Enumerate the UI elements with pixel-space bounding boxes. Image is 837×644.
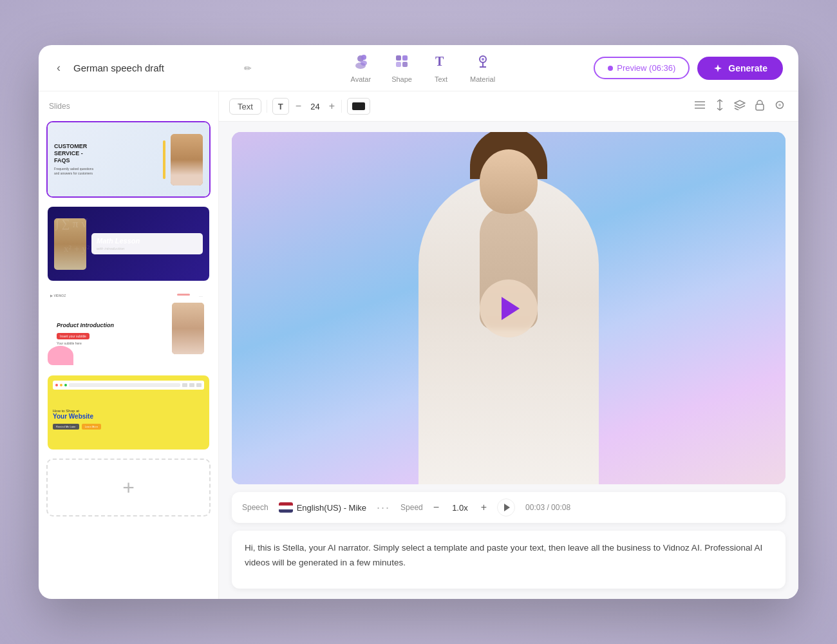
slide3-content: Product Introduction Insert your subtitl…: [53, 322, 167, 345]
svg-rect-6: [396, 62, 401, 67]
avatar-icon: [352, 53, 369, 73]
text-icon: T: [433, 53, 449, 73]
video-container: Speech English(US) - Mike ··· Speed − 1.…: [219, 122, 798, 599]
preview-button[interactable]: Preview (06:36): [594, 57, 690, 79]
shape-icon: [393, 53, 410, 73]
more-options-button[interactable]: [771, 98, 788, 115]
svg-rect-4: [396, 55, 401, 61]
slide4-buttons: Remind Me Later Learn More: [53, 424, 204, 430]
slide3-bar: [177, 294, 190, 296]
slide1-title: CUSTOMERSERVICE -FAQs: [54, 143, 158, 164]
tool-avatar[interactable]: Avatar: [351, 53, 371, 83]
svg-point-19: [778, 104, 781, 106]
header: ‹ German speech draft ✏ Avatar: [39, 45, 798, 91]
language-name: English(US) - Mike: [297, 503, 366, 513]
slide-thumbnail-4[interactable]: How to Shop at Your Website Remind Me La…: [46, 374, 211, 451]
main-content: Slides CUSTOMERSERVICE -FAQs Frequently …: [39, 91, 798, 599]
add-slide-button[interactable]: +: [46, 459, 211, 516]
speed-label: Speed: [400, 503, 423, 512]
preview-label: Preview (06:36): [617, 63, 675, 73]
preview-dot: [608, 66, 613, 71]
generate-label: Generate: [728, 63, 767, 73]
slide3-cta: Insert your subtitle: [57, 333, 89, 339]
font-size-decrease-button[interactable]: −: [294, 100, 303, 112]
toolbar-text-pill[interactable]: Text: [229, 99, 261, 115]
avatar-label: Avatar: [351, 75, 371, 83]
tool-text[interactable]: T Text: [433, 53, 449, 83]
editor-toolbar: Text T − 24 +: [219, 91, 798, 122]
speed-value: 1.0x: [449, 503, 471, 513]
slide1-bar: [163, 140, 165, 179]
svg-rect-5: [402, 55, 408, 61]
toolbar-separator-2: [341, 100, 342, 113]
slides-label: Slides: [46, 102, 211, 113]
project-title: German speech draft: [73, 62, 234, 73]
slide4-title: Your Website: [53, 413, 204, 420]
slide3-blob: [48, 346, 73, 365]
spacing-button[interactable]: [712, 97, 728, 116]
svg-point-10: [482, 58, 484, 61]
toolbar-right: [691, 97, 788, 116]
avatar-face: [480, 149, 538, 214]
slide4-window-controls: [182, 383, 202, 387]
layers-button[interactable]: [731, 97, 748, 115]
material-icon: [475, 53, 491, 73]
font-style-button[interactable]: T: [272, 98, 289, 115]
color-swatch: [352, 102, 365, 110]
speech-time-display: 00:03 / 00:08: [525, 503, 570, 512]
header-actions: Preview (06:36) Generate: [594, 57, 783, 80]
align-button[interactable]: [691, 98, 708, 115]
add-icon: +: [122, 476, 135, 500]
speech-play-button[interactable]: [497, 498, 515, 516]
text-label: Text: [435, 75, 447, 83]
toolbar-separator-1: [267, 100, 267, 113]
speech-options-button[interactable]: ···: [377, 501, 390, 515]
slide1-content: CUSTOMERSERVICE -FAQs Frequently asked q…: [54, 143, 158, 175]
speech-text-area[interactable]: Hi, this is Stella, your AI narrator. Si…: [232, 531, 785, 589]
slide4-btn2: Learn More: [82, 424, 101, 430]
app-window: ‹ German speech draft ✏ Avatar: [39, 45, 798, 599]
slide4-max-dot: [64, 384, 67, 386]
speech-controls-bar: Speech English(US) - Mike ··· Speed − 1.…: [232, 492, 785, 523]
font-size-value: 24: [308, 102, 322, 111]
editor-area: Text T − 24 +: [219, 91, 798, 599]
generate-icon: [713, 63, 723, 73]
edit-icon[interactable]: ✏: [244, 63, 252, 73]
svg-rect-7: [402, 62, 408, 67]
language-flag-icon: [279, 502, 293, 513]
play-triangle-icon: [502, 297, 520, 320]
svg-point-2: [361, 55, 366, 60]
lock-button[interactable]: [752, 97, 767, 116]
slide-thumbnail-3[interactable]: ▶ VIDNOZ ⋯ Product Introduction Insert y…: [46, 290, 211, 366]
speech-play-icon: [504, 504, 510, 511]
tool-shape[interactable]: Shape: [391, 53, 412, 83]
slide3-avatar: [172, 303, 204, 354]
generate-button[interactable]: Generate: [697, 57, 783, 80]
speech-label: Speech: [242, 503, 268, 512]
slide4-close-dot: [55, 384, 58, 386]
slide4-content: How to Shop at Your Website Remind Me La…: [53, 393, 204, 444]
header-tools: Avatar Shape T: [262, 53, 583, 83]
speed-increase-button[interactable]: +: [481, 502, 487, 513]
speech-language-selector[interactable]: English(US) - Mike: [279, 502, 366, 513]
slide3-dots: ⋯: [199, 294, 203, 298]
color-picker-button[interactable]: [347, 98, 370, 115]
svg-text:T: T: [435, 54, 444, 68]
slide4-browser-bar: [53, 381, 204, 390]
speed-decrease-button[interactable]: −: [433, 502, 439, 513]
svg-point-3: [361, 61, 367, 66]
slide3-subtitle: Your subtitle here: [57, 341, 167, 345]
slide4-min-dot: [60, 384, 62, 386]
svg-rect-17: [756, 104, 764, 110]
slide-thumbnail-2[interactable]: Math Lesson with introduction: [46, 205, 211, 282]
slide3-title: Product Introduction: [57, 322, 167, 328]
video-frame: [232, 132, 785, 484]
slide-thumbnail-1[interactable]: CUSTOMERSERVICE -FAQs Frequently asked q…: [46, 121, 211, 198]
play-button[interactable]: [480, 279, 538, 337]
speech-text-content: Hi, this is Stella, your AI narrator. Si…: [245, 543, 762, 567]
back-button[interactable]: ‹: [54, 59, 63, 77]
tool-material[interactable]: Material: [470, 53, 495, 83]
shape-label: Shape: [391, 75, 412, 83]
font-size-increase-button[interactable]: +: [328, 100, 336, 112]
slide4-urlbar: [69, 383, 180, 387]
